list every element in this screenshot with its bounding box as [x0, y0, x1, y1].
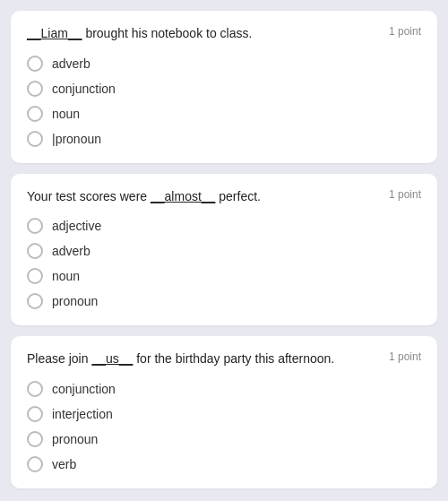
radio-circle[interactable] — [27, 106, 43, 122]
option-item[interactable]: noun — [27, 268, 421, 284]
option-item[interactable]: pronoun — [27, 431, 421, 447]
radio-circle[interactable] — [27, 293, 43, 309]
option-item[interactable]: pronoun — [27, 293, 421, 309]
points-label-3: 1 point — [389, 350, 421, 363]
points-label-2: 1 point — [389, 188, 421, 201]
radio-circle[interactable] — [27, 381, 43, 397]
radio-circle[interactable] — [27, 81, 43, 97]
option-item[interactable]: conjunction — [27, 81, 421, 97]
question-header-3: Please join __us__ for the birthday part… — [27, 350, 421, 368]
radio-circle[interactable] — [27, 268, 43, 284]
options-list-1: adverb conjunction noun |pronoun — [27, 56, 421, 147]
option-label: adjective — [52, 219, 101, 233]
question-header-1: __Liam__ brought his notebook to class. … — [27, 25, 421, 43]
option-label: pronoun — [52, 294, 98, 308]
option-label: adverb — [52, 56, 90, 71]
option-item[interactable]: adverb — [27, 243, 421, 259]
points-label-1: 1 point — [389, 25, 421, 38]
radio-circle[interactable] — [27, 131, 43, 147]
option-item[interactable]: adjective — [27, 218, 421, 234]
option-label: verb — [52, 457, 76, 471]
question-header-2: Your test scores were __almost__ perfect… — [27, 188, 421, 206]
option-item[interactable]: interjection — [27, 406, 421, 422]
radio-circle[interactable] — [27, 406, 43, 422]
question-card-3: Please join __us__ for the birthday part… — [11, 336, 437, 488]
radio-circle[interactable] — [27, 56, 43, 72]
option-item[interactable]: noun — [27, 106, 421, 122]
option-label: interjection — [52, 407, 113, 421]
option-item[interactable]: verb — [27, 456, 421, 472]
option-label: conjunction — [52, 82, 116, 96]
question-card-1: __Liam__ brought his notebook to class. … — [11, 11, 437, 163]
option-item[interactable]: adverb — [27, 56, 421, 72]
options-list-3: conjunction interjection pronoun verb — [27, 381, 421, 472]
option-label: |pronoun — [52, 132, 101, 146]
option-label: conjunction — [52, 382, 116, 396]
question-text-1: __Liam__ brought his notebook to class. — [27, 25, 389, 43]
radio-circle[interactable] — [27, 456, 43, 472]
question-text-3: Please join __us__ for the birthday part… — [27, 350, 389, 368]
question-card-2: Your test scores were __almost__ perfect… — [11, 174, 437, 326]
radio-circle[interactable] — [27, 218, 43, 234]
option-label: adverb — [52, 244, 90, 258]
option-label: noun — [52, 269, 80, 283]
option-item[interactable]: conjunction — [27, 381, 421, 397]
options-list-2: adjective adverb noun pronoun — [27, 218, 421, 309]
option-label: pronoun — [52, 432, 98, 446]
option-label: noun — [52, 107, 80, 121]
radio-circle[interactable] — [27, 243, 43, 259]
option-item[interactable]: |pronoun — [27, 131, 421, 147]
radio-circle[interactable] — [27, 431, 43, 447]
question-text-2: Your test scores were __almost__ perfect… — [27, 188, 389, 206]
